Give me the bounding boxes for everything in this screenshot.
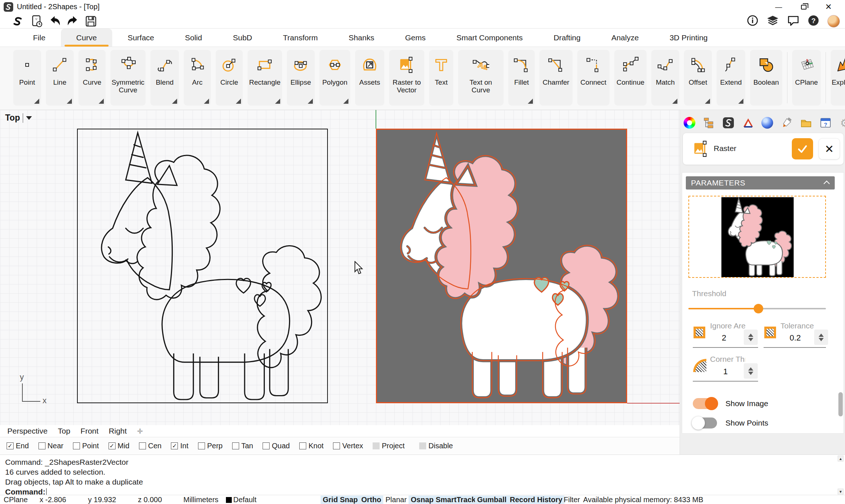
- dropdown-corner[interactable]: [99, 99, 104, 104]
- tab-analyze[interactable]: Analyze: [596, 29, 654, 47]
- help-icon[interactable]: ?: [808, 15, 819, 28]
- restore-button[interactable]: [792, 0, 815, 14]
- tolerance-stepper[interactable]: [814, 330, 828, 345]
- tolerance-value[interactable]: 0.2: [790, 333, 801, 343]
- viewport-title-menu[interactable]: Top: [5, 113, 32, 123]
- boolean-button[interactable]: Boolean: [750, 50, 782, 106]
- checkbox[interactable]: [232, 442, 239, 449]
- scroll-up-icon[interactable]: ▲: [838, 456, 844, 461]
- assets-button[interactable]: Assets: [355, 50, 384, 106]
- text-button[interactable]: Text: [429, 50, 453, 106]
- show-image-toggle[interactable]: [693, 398, 717, 409]
- dropdown-corner[interactable]: [738, 99, 743, 104]
- dropdown-corner[interactable]: [705, 99, 710, 104]
- explode-button[interactable]: Explode: [831, 50, 845, 106]
- pane-osnap[interactable]: Osnap: [409, 496, 436, 504]
- dropdown-corner[interactable]: [204, 99, 209, 104]
- 2shapes-tab[interactable]: [722, 116, 735, 129]
- text-on-curve-button[interactable]: Aa Text on Curve: [458, 50, 504, 106]
- dropdown-corner[interactable]: [34, 99, 39, 104]
- info-icon[interactable]: [747, 15, 758, 28]
- help-tab[interactable]: ?: [819, 116, 832, 129]
- learn-stack-icon[interactable]: [767, 14, 779, 28]
- tab-smart-components[interactable]: Smart Components: [441, 29, 538, 47]
- checkbox[interactable]: [299, 442, 306, 449]
- corner-threshold-value[interactable]: 1: [723, 367, 728, 376]
- checkbox[interactable]: [73, 442, 80, 449]
- osnap-vertex[interactable]: Vertex: [333, 442, 363, 450]
- scroll-down-icon[interactable]: ▼: [838, 489, 844, 494]
- osnap-near[interactable]: Near: [39, 442, 63, 450]
- image-preview-frame[interactable]: [688, 196, 826, 278]
- panel-scrollbar[interactable]: [838, 173, 843, 433]
- scrollbar-thumb[interactable]: [838, 392, 843, 416]
- viewport-top[interactable]: Top y x: [0, 110, 680, 425]
- step-down-icon[interactable]: [819, 338, 824, 341]
- new-file-button[interactable]: [29, 15, 44, 27]
- show-points-toggle[interactable]: [693, 417, 717, 428]
- pane-grid-snap[interactable]: Grid Snap: [321, 496, 360, 504]
- tab-3d-printing[interactable]: 3D Printing: [654, 29, 723, 47]
- pane-gumball[interactable]: Gumball: [475, 496, 509, 504]
- osnap-tan[interactable]: Tan: [232, 442, 253, 450]
- osnap-cen[interactable]: Cen: [139, 442, 162, 450]
- pane-ortho[interactable]: Ortho: [359, 496, 383, 504]
- curve-button[interactable]: Curve: [78, 50, 106, 106]
- panel-settings-gear-icon[interactable]: ⚙: [838, 116, 845, 129]
- ellipse-button[interactable]: Ellipse: [287, 50, 315, 106]
- offset-button[interactable]: Offset: [684, 50, 712, 106]
- checkbox[interactable]: [39, 442, 45, 449]
- undo-button[interactable]: [48, 15, 62, 27]
- cancel-button[interactable]: ✕: [819, 138, 840, 159]
- layers-tab[interactable]: [702, 116, 716, 129]
- continue-button[interactable]: Continue: [614, 50, 647, 106]
- parameters-header[interactable]: PARAMETERS: [686, 176, 835, 190]
- tab-curve[interactable]: Curve: [61, 29, 112, 47]
- pane-smarttrack[interactable]: SmartTrack: [434, 496, 478, 504]
- checkbox[interactable]: [7, 442, 14, 449]
- connect-button[interactable]: Connect: [577, 50, 610, 106]
- raster-to-vector-button[interactable]: Raster to Vector: [389, 50, 424, 106]
- osnap-perp[interactable]: Perp: [198, 442, 223, 450]
- checkbox[interactable]: [171, 442, 178, 449]
- viewport-tab-front[interactable]: Front: [81, 427, 99, 435]
- checkbox[interactable]: [333, 442, 340, 449]
- extend-button[interactable]: Extend: [717, 50, 745, 106]
- checkbox[interactable]: [419, 442, 426, 449]
- checkbox[interactable]: [198, 442, 205, 449]
- dropdown-corner[interactable]: [172, 99, 177, 104]
- viewport-tab-top[interactable]: Top: [58, 427, 70, 435]
- dropdown-corner[interactable]: [236, 99, 241, 104]
- step-up-icon[interactable]: [819, 334, 824, 337]
- confirm-button[interactable]: [792, 138, 813, 159]
- rectangle-button[interactable]: Rectangle: [248, 50, 282, 106]
- close-button[interactable]: ✕: [817, 0, 840, 14]
- ignore-area-value[interactable]: 2: [722, 333, 726, 343]
- toggle-knob[interactable]: [705, 397, 718, 410]
- tab-shanks[interactable]: Shanks: [333, 29, 389, 47]
- tab-transform[interactable]: Transform: [267, 29, 333, 47]
- threshold-slider-knob[interactable]: [754, 304, 763, 313]
- chamfer-button[interactable]: Chamfer: [539, 50, 573, 106]
- tab-gems[interactable]: Gems: [389, 29, 441, 47]
- viewport-dropdown-icon[interactable]: [26, 116, 32, 120]
- corner-threshold-stepper[interactable]: [744, 363, 758, 379]
- traced-curves-drawing[interactable]: [77, 129, 328, 403]
- toggle-knob[interactable]: [692, 416, 705, 430]
- materials-tab[interactable]: [761, 116, 774, 129]
- symmetric-curve-button[interactable]: Symmetric Curve: [110, 50, 146, 106]
- osnap-project[interactable]: Project: [373, 442, 405, 450]
- tab-file[interactable]: File: [18, 29, 61, 47]
- dropdown-corner[interactable]: [308, 99, 313, 104]
- tab-surface[interactable]: Surface: [112, 29, 169, 47]
- save-button[interactable]: [84, 15, 98, 27]
- osnap-mid[interactable]: Mid: [109, 442, 129, 450]
- osnap-quad[interactable]: Quad: [263, 442, 290, 450]
- command-history[interactable]: Command: _2ShapesRaster2Vector 16 curves…: [0, 455, 845, 495]
- rhino-tab[interactable]: [741, 116, 754, 129]
- osnap-point[interactable]: Point: [73, 442, 99, 450]
- checkbox[interactable]: [109, 442, 116, 449]
- step-down-icon[interactable]: [748, 372, 753, 375]
- status-cplane[interactable]: CPlane: [4, 496, 28, 504]
- raster-image-selected[interactable]: [376, 129, 627, 403]
